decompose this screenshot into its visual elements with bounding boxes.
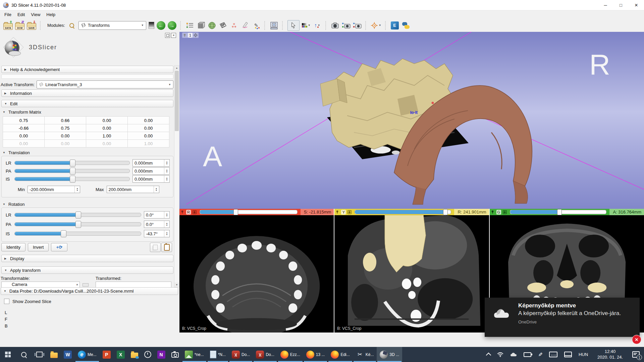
spinner[interactable]: ▲▼ [164, 230, 169, 237]
section-rotation[interactable]: ▼ Rotation [3, 201, 24, 207]
spinner[interactable]: ▲▼ [164, 176, 169, 182]
rotation-lr-slider[interactable] [14, 213, 141, 217]
slider-handle[interactable] [557, 209, 562, 215]
section-display[interactable]: ▶ Display [1, 255, 173, 262]
slider-handle[interactable] [75, 221, 81, 228]
paste-transform-button[interactable] [161, 243, 172, 252]
taskbar-app-firefox[interactable]: Ezz... [277, 347, 303, 362]
slider-handle[interactable] [70, 176, 75, 183]
taskbar-app-camera[interactable] [168, 347, 182, 362]
taskbar-app-firefox[interactable]: Edi... [328, 347, 353, 362]
slider-handle[interactable] [70, 160, 75, 167]
rotation-is-slider[interactable] [14, 232, 141, 236]
yellow-slice-slider[interactable] [355, 210, 451, 214]
action-center-button[interactable]: 1 [629, 347, 643, 362]
translation-is-value[interactable]: 0.000mm▲▼ [132, 175, 170, 183]
move-item-button[interactable] [83, 283, 89, 287]
tray-chevron-button[interactable] [484, 347, 493, 362]
module-forward-button[interactable]: → [168, 21, 176, 30]
minimize-button[interactable]: ─ [598, 0, 613, 10]
transformable-item-camera[interactable]: Camera [2, 282, 27, 287]
matrix-cell[interactable]: 1.00 [86, 132, 128, 140]
error-badge[interactable]: ✕ [632, 335, 641, 344]
sagittal-ct-image[interactable] [334, 215, 489, 333]
translation-lr-slider[interactable] [14, 161, 130, 165]
slice-crosshair-icon[interactable] [193, 210, 197, 214]
yellow-slice-view[interactable]: Y R: 241.901mm [334, 209, 489, 333]
clock[interactable]: 12:40 2020. 01. 24. [592, 347, 629, 362]
matrix-cell[interactable]: 0.00 [3, 132, 45, 140]
pin-icon[interactable] [336, 210, 339, 214]
language-indicator[interactable]: HUN [576, 347, 591, 362]
extensions-manager-button[interactable]: E [390, 21, 399, 30]
section-data-probe[interactable]: ▼ Data Probe: D:/Downloads/Varga Csill..… [1, 287, 178, 295]
spinner[interactable]: ▲▼ [164, 212, 169, 218]
taskbar-app-edge[interactable]: e Me... [75, 347, 100, 362]
slider-handle[interactable] [70, 168, 75, 175]
matrix-cell[interactable]: 0.75 [45, 124, 86, 132]
rotation-pa-value[interactable]: 0.0°▲▼ [144, 221, 170, 228]
slider-handle[interactable] [443, 209, 448, 215]
pin-icon[interactable] [491, 210, 495, 214]
translation-pa-slider[interactable] [14, 169, 130, 173]
matrix-cell[interactable]: 0.75 [3, 117, 45, 124]
close-button[interactable]: ✕ [629, 0, 644, 10]
menu-help[interactable]: Help [43, 11, 58, 18]
red-slice-view[interactable]: R S: -21.815mm [179, 209, 334, 333]
save-button[interactable]: ⇩ SAVE [27, 21, 36, 30]
section-help-acknowledgement[interactable]: ▶ Help & Acknowledgement [1, 66, 173, 73]
section-information[interactable]: ▶ Information [1, 89, 173, 97]
task-view-button[interactable] [32, 347, 47, 362]
slider-handle[interactable] [75, 212, 81, 219]
load-data-button[interactable]: ⇧ DATA [3, 21, 13, 30]
section-transform-matrix[interactable]: ▼ Transform Matrix [3, 109, 41, 115]
menu-view[interactable]: View [28, 11, 43, 18]
matrix-cell[interactable]: -0.66 [3, 124, 45, 132]
slice-letter[interactable]: R [186, 210, 191, 215]
taskbar-app-word[interactable]: W [61, 347, 75, 362]
close-panel-button[interactable]: ✕ [171, 33, 176, 38]
volume-cube-button[interactable] [197, 21, 205, 30]
taskbar-app-alarms[interactable] [141, 347, 154, 362]
slice-letter[interactable]: Y [341, 210, 346, 215]
spinner[interactable]: ▲▼ [164, 221, 169, 228]
3d-view[interactable]: 1 A R Io-It [179, 32, 644, 209]
maximize-button[interactable]: □ [613, 0, 629, 10]
slice-letter[interactable]: G [496, 210, 501, 215]
wifi-tray-icon[interactable] [494, 347, 506, 362]
layout-selector-button[interactable] [270, 21, 278, 30]
view-tab-label[interactable]: 1 [188, 33, 193, 38]
taskbar-app-snipping[interactable]: ✂ Ké... [353, 347, 377, 362]
onedrive-tray-icon[interactable] [507, 347, 520, 362]
3d-view-controls[interactable]: 1 [182, 33, 199, 38]
section-apply-transform[interactable]: ▼ Apply transform [1, 266, 173, 274]
max-value[interactable]: 200.000mm▲▼ [107, 186, 159, 193]
split-transform-button[interactable]: +⟳ [51, 243, 67, 251]
taskbar-app-explorer[interactable] [47, 347, 61, 362]
red-slice-slider[interactable] [200, 210, 298, 214]
copy-transform-button[interactable] [150, 243, 161, 252]
scroll-up-icon[interactable]: ▲ [174, 66, 179, 70]
module-back-button[interactable]: ← [157, 21, 165, 30]
taskbar-search-button[interactable] [16, 347, 32, 362]
rotation-pa-slider[interactable] [14, 222, 141, 226]
transforms-module-button[interactable] [219, 21, 227, 30]
module-selector-combobox[interactable]: Transforms ▼ [78, 21, 146, 30]
matrix-cell[interactable]: 0.00 [45, 132, 86, 140]
python-console-button[interactable] [401, 21, 410, 30]
section-translation[interactable]: ▼ Translation [3, 150, 30, 155]
matrix-cell[interactable]: 0.00 [128, 124, 169, 132]
matrix-cell[interactable]: 0.00 [128, 117, 169, 124]
taskbar-app-excel[interactable]: X [114, 347, 128, 362]
pin-icon[interactable] [183, 34, 187, 37]
taskbar-app-firefox[interactable]: 13 ... [303, 347, 328, 362]
slice-crosshair-icon[interactable] [347, 210, 352, 214]
matrix-cell[interactable]: 0.66 [45, 117, 86, 124]
annotation-ruler-button[interactable] [241, 21, 250, 30]
taskbar-app-davinci[interactable]: )( Do... [253, 347, 277, 362]
start-button[interactable] [0, 347, 16, 362]
pin-icon[interactable] [181, 210, 184, 214]
dicom-button[interactable]: ⇵ DCM [15, 21, 24, 30]
scene-view-button[interactable] [342, 21, 351, 30]
surface-model-button[interactable] [208, 21, 216, 30]
